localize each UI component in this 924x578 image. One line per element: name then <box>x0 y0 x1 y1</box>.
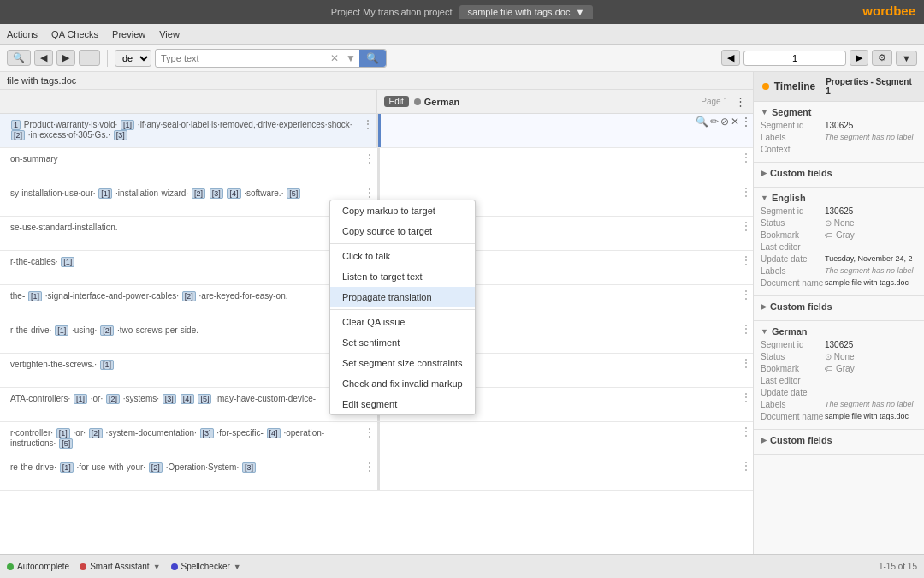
search-icon-btn[interactable]: 🔍 <box>7 50 31 66</box>
wordbee-logo: wordbee <box>862 3 915 18</box>
main-layout: file with tags.doc Edit German Page 1 ⋮ … <box>0 72 924 554</box>
edit-badge: Edit <box>384 96 409 107</box>
page-settings-btn[interactable]: ⚙ <box>872 50 892 66</box>
segment-menu-btn[interactable]: ⋮ <box>364 460 376 474</box>
target-accept-btn[interactable]: ✕ <box>731 116 739 128</box>
menu-actions[interactable]: Actions <box>7 29 38 39</box>
target-reject-btn[interactable]: ⊘ <box>720 116 729 128</box>
custom-fields-1-header[interactable]: ▶ Custom fields <box>761 168 917 178</box>
spellchecker-label: Spellchecker <box>181 562 230 571</box>
page-input[interactable] <box>743 51 846 66</box>
spellchecker-arrow[interactable]: ▼ <box>234 563 241 571</box>
segment-source: r-the-cables· [1] ⋮ <box>0 251 380 284</box>
search-dropdown-btn[interactable]: ▼ <box>342 52 359 64</box>
target-search-btn[interactable]: 🔍 <box>696 116 708 128</box>
file-tab-arrow[interactable]: ▼ <box>575 7 584 17</box>
props-value: The segment has no label <box>825 133 917 142</box>
ctx-clear-qa[interactable]: Clear QA issue <box>330 312 475 332</box>
more-btn[interactable]: ⋯ <box>79 50 100 66</box>
segment-source: on-summary ⋮ <box>0 148 380 182</box>
clear-search-btn[interactable]: ✕ <box>327 52 342 64</box>
autocomplete-status[interactable]: Autocomplete <box>7 562 69 571</box>
target-edit-btn[interactable]: ✏ <box>710 116 719 128</box>
seg7-more-btn[interactable]: ⋮ <box>741 323 751 335</box>
smart-assistant-arrow[interactable]: ▼ <box>153 563 161 571</box>
page-label: Page 1 <box>701 97 735 106</box>
menu-preview[interactable]: Preview <box>112 29 145 39</box>
ctx-propagate[interactable]: Propagate translation <box>330 287 475 307</box>
seg2-more-btn[interactable]: ⋮ <box>741 152 751 164</box>
props-value <box>825 242 917 252</box>
props-label: Labels <box>761 133 825 142</box>
segment-menu-btn[interactable]: ⋮ <box>362 117 374 131</box>
next-page-btn[interactable]: ▶ <box>850 50 868 66</box>
spellchecker-status[interactable]: Spellchecker ▼ <box>171 562 241 571</box>
page-more-btn[interactable]: ▼ <box>896 51 917 66</box>
segment-target[interactable]: ⋮ <box>380 148 754 182</box>
chevron-right-icon-2: ▶ <box>761 302 767 311</box>
props-label: Bookmark <box>761 364 825 373</box>
segment-target[interactable]: ⋮ <box>380 422 754 456</box>
segment-source: ATA-controllers· [1] ·or· [2] ·systems· … <box>0 388 380 421</box>
ctx-click-talk[interactable]: Click to talk <box>330 246 475 266</box>
seg9-more-btn[interactable]: ⋮ <box>741 391 751 403</box>
ctx-listen[interactable]: Listen to target text <box>330 266 475 287</box>
segments-container[interactable]: 1 Product·warranty·is·void· [1] ·if·any·… <box>0 114 753 554</box>
seg11-more-btn[interactable]: ⋮ <box>741 460 751 472</box>
props-value <box>825 145 917 154</box>
segment-menu-btn[interactable]: ⋮ <box>364 426 376 439</box>
seg10-more-btn[interactable]: ⋮ <box>741 426 751 438</box>
forward-btn[interactable]: ▶ <box>56 50 75 66</box>
target-col-more-btn[interactable]: ⋮ <box>735 95 746 108</box>
props-section-segment: ▼ Segment Segment id 130625 Labels The s… <box>754 102 924 163</box>
custom-fields-3-header[interactable]: ▶ Custom fields <box>761 435 917 445</box>
props-label: Bookmark <box>761 230 825 240</box>
file-tab[interactable]: sample file with tags.doc ▼ <box>459 5 594 19</box>
props-label: Update date <box>761 388 825 397</box>
source-lang-select[interactable]: de <box>115 50 151 67</box>
props-label: Segment id <box>761 206 825 216</box>
ctx-size-constraints[interactable]: Set segment size constraints <box>330 353 475 373</box>
search-button[interactable]: 🔍 <box>359 50 386 67</box>
seg8-more-btn[interactable]: ⋮ <box>741 357 751 369</box>
segment-menu-btn[interactable]: ⋮ <box>364 152 376 165</box>
props-row: Bookmark 🏷 Gray <box>761 364 917 373</box>
status-bar: Autocomplete Smart Assistant ▼ Spellchec… <box>0 554 924 578</box>
german-section-header[interactable]: ▼ German <box>761 326 917 337</box>
seg4-more-btn[interactable]: ⋮ <box>741 220 751 232</box>
seg3-more-btn[interactable]: ⋮ <box>741 186 751 198</box>
props-section-custom-2: ▶ Custom fields <box>754 296 924 321</box>
ctx-edit-segment[interactable]: Edit segment <box>330 394 475 414</box>
prev-page-btn[interactable]: ◀ <box>721 50 740 66</box>
spellchecker-dot <box>171 563 178 570</box>
seg5-more-btn[interactable]: ⋮ <box>741 254 751 266</box>
page-nav: ◀ ▶ ⚙ ▼ <box>721 50 917 66</box>
segment-menu-btn[interactable]: ⋮ <box>364 186 376 200</box>
props-row: Labels The segment has no label <box>761 133 917 142</box>
search-input[interactable] <box>156 51 327 65</box>
custom-fields-2-header[interactable]: ▶ Custom fields <box>761 301 917 312</box>
segment-target[interactable]: 🔍 ✏ ⊘ ✕ ⋮ <box>378 114 753 147</box>
ctx-copy-markup[interactable]: Copy markup to target <box>330 200 475 221</box>
separator-1 <box>107 50 108 67</box>
menu-qa-checks[interactable]: QA Checks <box>51 29 98 39</box>
search-box: ✕ ▼ 🔍 <box>155 49 387 68</box>
custom-fields-1-title: Custom fields <box>770 168 832 178</box>
smart-assistant-status[interactable]: Smart Assistant ▼ <box>80 562 160 571</box>
menu-view[interactable]: View <box>159 29 180 39</box>
ctx-copy-source[interactable]: Copy source to target <box>330 221 475 241</box>
col-headers: Edit German Page 1 ⋮ <box>0 90 753 114</box>
props-section-english: ▼ English Segment id 130625 Status ⊙ Non… <box>754 188 924 296</box>
segment-source: r·controller· [1] ·or· [2] ·system-docum… <box>0 422 380 456</box>
ctx-sentiment[interactable]: Set sentiment <box>330 332 475 353</box>
english-section-header[interactable]: ▼ English <box>761 193 917 203</box>
seg6-more-btn[interactable]: ⋮ <box>741 289 751 301</box>
segment-section-header[interactable]: ▼ Segment <box>761 107 917 117</box>
ctx-check-markup[interactable]: Check and fix invalid markup <box>330 373 475 394</box>
props-value: ⊙ None <box>825 218 917 228</box>
target-more-btn[interactable]: ⋮ <box>741 116 751 128</box>
back-btn[interactable]: ◀ <box>34 50 53 66</box>
segment-target[interactable]: ⋮ <box>380 456 754 490</box>
toolbar: 🔍 ◀ ▶ ⋯ de ✕ ▼ 🔍 ◀ ▶ ⚙ ▼ <box>0 45 924 72</box>
props-value: sample file with tags.doc <box>825 278 917 288</box>
